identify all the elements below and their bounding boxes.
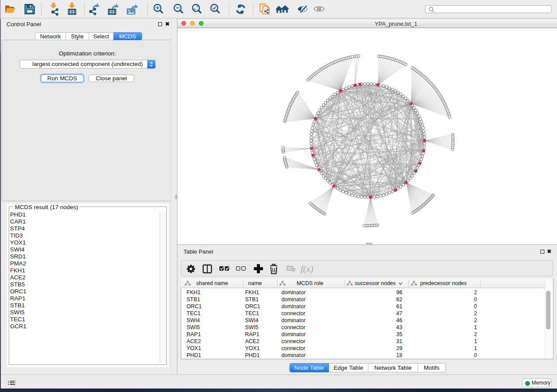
svg-text:f(x): f(x): [301, 264, 313, 274]
